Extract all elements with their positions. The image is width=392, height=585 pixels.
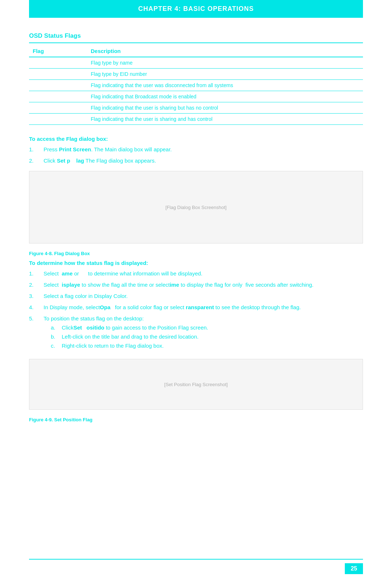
- table-flag-cell: [29, 102, 87, 114]
- sub-steps-list: a. ClickSet ositido to gain access to th…: [51, 324, 363, 349]
- table-desc-cell: Flag type by name: [87, 57, 363, 69]
- table-flag-cell: [29, 91, 87, 102]
- table-flag-cell: [29, 69, 87, 80]
- table-flag-cell: [29, 57, 87, 69]
- table-row: Flag indicating that the user is sharing…: [29, 102, 363, 114]
- determine-step-5: 5. To position the status flag on the de…: [29, 315, 363, 352]
- access-step-2: 2. Click Set p lag The Flag dialog box a…: [29, 158, 363, 164]
- table-row: Flag type by EID number: [29, 69, 363, 80]
- bottom-divider-line: [29, 559, 363, 560]
- name-bold: ame: [62, 270, 73, 277]
- osd-status-table: Flag Description Flag type by nameFlag t…: [29, 45, 363, 125]
- table-top-line: [29, 42, 363, 43]
- figure-4-9-image: [Set Position Flag Screenshot]: [29, 359, 363, 410]
- determine-step-4: 4. In Display mode, selectOpa for a soli…: [29, 304, 363, 310]
- table-row: Flag indicating that Broadcast mode is e…: [29, 91, 363, 102]
- table-desc-cell: Flag indicating that the user is sharing…: [87, 102, 363, 114]
- section-title: OSD Status Flags: [29, 32, 363, 40]
- print-screen-bold: Print Screen: [59, 146, 91, 152]
- table-desc-cell: Flag type by EID number: [87, 69, 363, 80]
- ransparent-bold: ransparent: [186, 304, 214, 310]
- figure-4-9-caption: Figure 4-9. Set Position Flag: [29, 417, 363, 422]
- set-ositido-bold: Set ositido: [74, 324, 105, 331]
- table-desc-header: Description: [87, 45, 363, 57]
- figure-4-8-image: [Flag Dialog Box Screenshot]: [29, 171, 363, 244]
- section-title-text: OSD Status Flags: [29, 32, 81, 39]
- figure-4-8-caption: Figure 4-8. Flag Dialog Box: [29, 251, 363, 256]
- ime-bold: ime: [170, 282, 179, 288]
- determine-steps-list: 1. Select ame or to determine what infor…: [29, 270, 363, 352]
- table-flag-header: Flag: [29, 45, 87, 57]
- sub-step-c: c. Right-click to return to the Flag dia…: [51, 343, 363, 349]
- isplaye-bold: isplaye: [62, 282, 80, 288]
- determine-heading: To determine how the status flag is disp…: [29, 260, 363, 266]
- determine-step-1: 1. Select ame or to determine what infor…: [29, 270, 363, 277]
- sub-step-a: a. ClickSet ositido to gain access to th…: [51, 324, 363, 331]
- table-row: Flag type by name: [29, 57, 363, 69]
- access-heading: To access the Flag dialog box:: [29, 136, 363, 142]
- table-desc-cell: Flag indicating that the user is sharing…: [87, 114, 363, 125]
- chapter-title: CHAPTER 4: BASIC OPERATIONS: [138, 5, 254, 12]
- access-steps-list: 1. Press Print Screen. The Main dialog b…: [29, 146, 363, 164]
- chapter-header: CHAPTER 4: BASIC OPERATIONS: [29, 0, 363, 18]
- table-row: Flag indicating that the user is sharing…: [29, 114, 363, 125]
- table-row: Flag indicating that the user was discon…: [29, 80, 363, 91]
- page-wrapper: CHAPTER 4: BASIC OPERATIONS OSD Status F…: [0, 0, 392, 585]
- access-step-1: 1. Press Print Screen. The Main dialog b…: [29, 146, 363, 152]
- table-flag-cell: [29, 114, 87, 125]
- determine-step-2: 2. Select isplaye to show the flag all t…: [29, 282, 363, 288]
- table-flag-cell: [29, 80, 87, 91]
- determine-step-3: 3. Select a flag color in Display Color.: [29, 293, 363, 299]
- page-number: 25: [345, 563, 363, 574]
- sub-step-b: b. Left-click on the title bar and drag …: [51, 334, 363, 340]
- table-desc-cell: Flag indicating that the user was discon…: [87, 80, 363, 91]
- set-p-lag-bold: Set p lag: [57, 158, 84, 164]
- table-desc-cell: Flag indicating that Broadcast mode is e…: [87, 91, 363, 102]
- opa-bold: Opa: [100, 304, 110, 310]
